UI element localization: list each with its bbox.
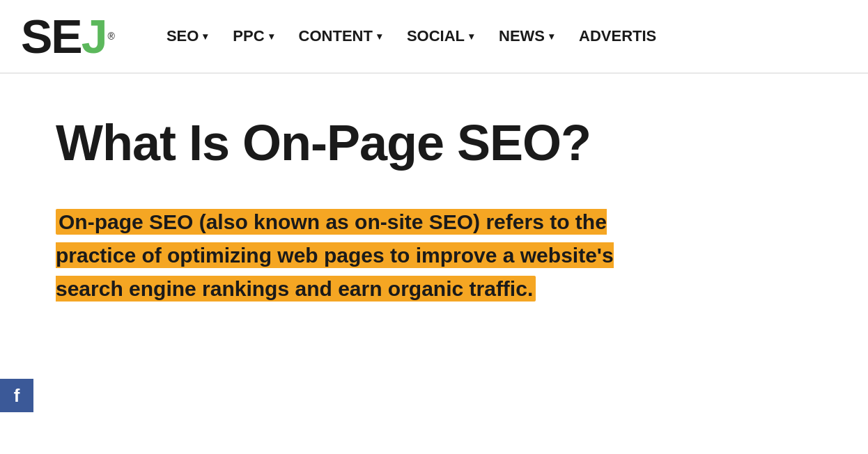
main-nav: SEO ▾ PPC ▾ CONTENT ▾ SOCIAL ▾ NEWS ▾ AD… — [157, 22, 666, 51]
nav-label-social: SOCIAL — [407, 27, 465, 45]
article-title: What Is On-Page SEO? — [56, 116, 641, 171]
nav-item-advertis[interactable]: ADVERTIS — [569, 22, 666, 51]
nav-label-seo: SEO — [166, 27, 199, 45]
nav-label-ppc: PPC — [233, 27, 264, 45]
social-sidebar: f — [0, 379, 33, 412]
article-description: On-page SEO (also known as on-site SEO) … — [56, 205, 641, 306]
highlighted-text: On-page SEO (also known as on-site SEO) … — [56, 209, 614, 302]
chevron-down-icon: ▾ — [469, 31, 474, 42]
chevron-down-icon: ▾ — [269, 31, 274, 42]
logo-registered: ® — [108, 31, 115, 42]
chevron-down-icon: ▾ — [549, 31, 554, 42]
nav-item-ppc[interactable]: PPC ▾ — [223, 22, 283, 51]
nav-label-advertis: ADVERTIS — [579, 27, 656, 45]
nav-item-social[interactable]: SOCIAL ▾ — [397, 22, 483, 51]
facebook-icon: f — [14, 385, 20, 407]
nav-item-seo[interactable]: SEO ▾ — [157, 22, 217, 51]
nav-item-news[interactable]: NEWS ▾ — [489, 22, 564, 51]
facebook-share-button[interactable]: f — [0, 379, 33, 412]
site-header: SEJ® SEO ▾ PPC ▾ CONTENT ▾ SOCIAL ▾ NEWS… — [0, 0, 868, 74]
logo-se-text: SE — [21, 13, 82, 60]
chevron-down-icon: ▾ — [377, 31, 382, 42]
logo-j-text: J — [82, 13, 107, 60]
nav-label-content: CONTENT — [299, 27, 373, 45]
site-logo[interactable]: SEJ® — [21, 13, 115, 60]
nav-label-news: NEWS — [499, 27, 545, 45]
main-content: What Is On-Page SEO? On-page SEO (also k… — [0, 74, 697, 334]
chevron-down-icon: ▾ — [203, 31, 208, 42]
nav-item-content[interactable]: CONTENT ▾ — [289, 22, 392, 51]
